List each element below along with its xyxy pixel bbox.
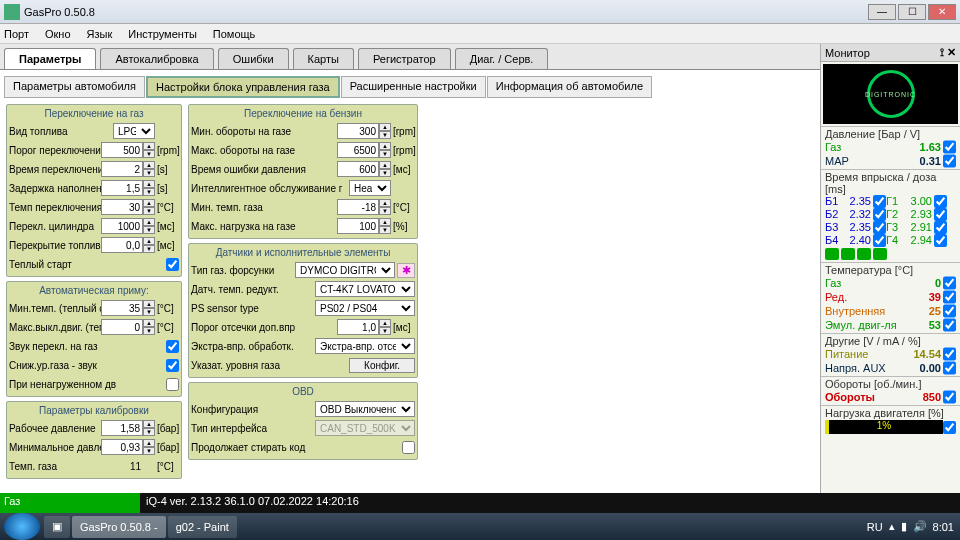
perr-input[interactable] [337,161,379,177]
injector-grid: Б12.35Г13.00 Б22.32Г22.93 Б32.35Г32.91 Б… [825,195,956,247]
taskbar-gaspro[interactable]: GasPro 0.50.8 - [72,516,166,538]
status-info: iQ-4 ver. 2.13.2 36.1.0 07.02.2022 14:20… [140,493,960,513]
sub-tabs: Параметры автомобиля Настройки блока упр… [0,70,820,102]
window-titlebar: GasPro 0.50.8 — ☐ ✕ [0,0,960,24]
cutoff-input[interactable] [337,319,379,335]
ps-select[interactable]: PS02 / PS04 [315,300,415,316]
panel-obd: OBD КонфигурацияOBD Выключено Тип интерф… [188,382,418,460]
menu-bar: Порт Окно Язык Инструменты Помощь [0,24,960,44]
thresh-input[interactable] [101,142,143,158]
maxload-input[interactable] [337,218,379,234]
status-gas: Газ [0,493,140,513]
panel-auto-proc: Автоматическая приму: Мин.темп. (теплый … [6,281,182,397]
panel-sensors: Датчики и исполнительные элементы Тип га… [188,243,418,378]
mingt-input[interactable] [337,199,379,215]
tab-diag[interactable]: Диаг. / Серв. [455,48,549,69]
extra-select[interactable]: Экстра-впр. отсечка [315,338,415,354]
tab-maps[interactable]: Карты [293,48,354,69]
subtab-carparams[interactable]: Параметры автомобиля [4,76,145,98]
start-button[interactable] [4,513,40,540]
wp-input[interactable] [101,420,143,436]
tray-clock[interactable]: 8:01 [933,521,954,533]
maxrpm-input[interactable] [337,142,379,158]
main-tabs: Параметры Автокалибровка Ошибки Карты Ре… [0,44,820,70]
maxoff-input[interactable] [101,319,143,335]
system-tray[interactable]: RU ▴ ▮ 🔊 8:01 [867,520,960,533]
map-cb[interactable] [943,154,956,168]
mintemp-input[interactable] [101,300,143,316]
tab-errors[interactable]: Ошибки [218,48,289,69]
panel-petrol-switch: Переключение на бензин Мин. обороты на г… [188,104,418,239]
gas-cb[interactable] [943,140,956,154]
taskbar-paint[interactable]: g02 - Paint [168,516,237,538]
monitor-panel: Монитор⟟ ✕ DIGITRONIC Давление [Бар / V]… [820,44,960,513]
inj-star-button[interactable]: ✱ [397,263,415,278]
panel-title: Переключение на газ [9,107,179,122]
tray-net-icon[interactable]: ▮ [901,520,907,533]
minimize-button[interactable]: — [868,4,896,20]
time-input[interactable] [101,161,143,177]
minrpm-input[interactable] [337,123,379,139]
fuel-type-select[interactable]: LPG [113,123,155,139]
menu-port[interactable]: Порт [4,28,29,40]
tray-up-icon[interactable]: ▴ [889,520,895,533]
obd-erase-checkbox[interactable] [402,441,415,454]
panel-calib: Параметры калибровки Рабочее давление▲▼[… [6,401,182,479]
gt-value [101,458,143,474]
monitor-close-icon[interactable]: ✕ [947,46,956,59]
unloaded-checkbox[interactable] [166,378,179,391]
cyl-input[interactable] [101,218,143,234]
obd-cfg-select[interactable]: OBD Выключено [315,401,415,417]
app-icon [4,4,20,20]
logo-display: DIGITRONIC [823,64,958,124]
tab-reg[interactable]: Регистратор [358,48,451,69]
tray-vol-icon[interactable]: 🔊 [913,520,927,533]
mp-input[interactable] [101,439,143,455]
monitor-title: Монитор [825,47,940,59]
close-button[interactable]: ✕ [928,4,956,20]
sndgas-checkbox[interactable] [166,340,179,353]
snddown-checkbox[interactable] [166,359,179,372]
monitor-pin-icon[interactable]: ⟟ [940,46,944,59]
level-config-button[interactable]: Конфиг. [349,358,415,373]
overlap-input[interactable] [101,237,143,253]
subtab-ecu[interactable]: Настройки блока управления газа [146,76,340,98]
tray-lang[interactable]: RU [867,521,883,533]
obd-if-select: CAN_STD_500K [315,420,415,436]
tab-autocal[interactable]: Автокалибровка [100,48,213,69]
window-title: GasPro 0.50.8 [24,6,95,18]
inj-icon[interactable] [825,248,839,260]
filldelay-input[interactable] [101,180,143,196]
menu-tools[interactable]: Инструменты [128,28,197,40]
tab-params[interactable]: Параметры [4,48,96,69]
taskbar-explorer[interactable]: ▣ [44,516,70,538]
injector-icons [825,247,956,261]
warmstart-checkbox[interactable] [166,258,179,271]
spin[interactable]: ▲▼ [143,142,155,158]
menu-help[interactable]: Помощь [213,28,256,40]
maximize-button[interactable]: ☐ [898,4,926,20]
status-bar: Газ iQ-4 ver. 2.13.2 36.1.0 07.02.2022 1… [0,493,960,513]
taskbar: ▣ GasPro 0.50.8 - g02 - Paint RU ▴ ▮ 🔊 8… [0,513,960,540]
temp-input[interactable] [101,199,143,215]
engine-load-bar: 1% [825,420,943,434]
subtab-carinfo[interactable]: Информация об автомобиле [487,76,652,98]
menu-window[interactable]: Окно [45,28,71,40]
redtemp-select[interactable]: CT-4K7 LOVATO [315,281,415,297]
menu-lang[interactable]: Язык [87,28,113,40]
subtab-ext[interactable]: Расширенные настройки [341,76,486,98]
injtype-select[interactable]: DYMCO DIGITRONIC 1,7 [295,262,395,278]
panel-gas-switch: Переключение на газ Вид топливаLPG Порог… [6,104,182,277]
smart-select[interactable]: Неакт. [349,180,391,196]
